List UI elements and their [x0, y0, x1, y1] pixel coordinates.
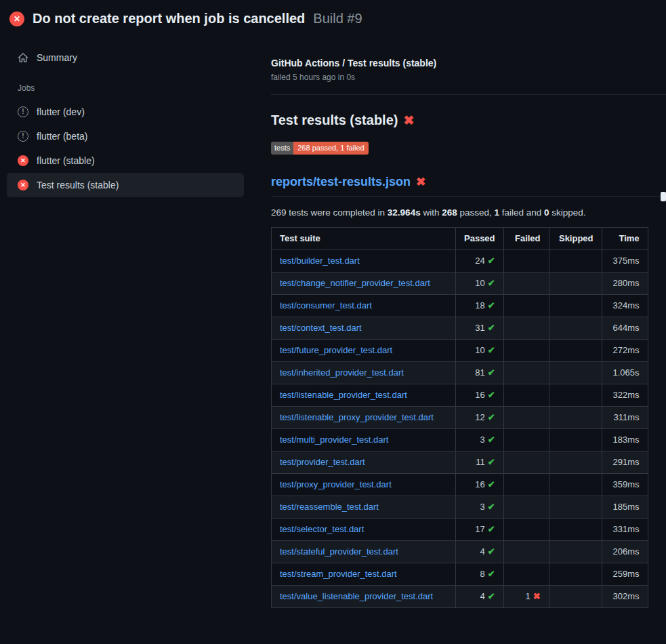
suite-link[interactable]: test/future_provider_test.dart — [280, 345, 392, 355]
summary-text: skipped. — [549, 207, 586, 218]
table-row: test/provider_test.dart11✔291ms — [272, 451, 648, 474]
skipped-cell — [549, 384, 602, 407]
passed-cell-value: 17 — [475, 524, 484, 534]
skipped-cell — [549, 295, 602, 317]
passed-cell-value: 3 — [480, 502, 484, 512]
check-icon: ✔ — [488, 435, 495, 445]
suite-link[interactable]: test/proxy_provider_test.dart — [280, 479, 392, 489]
failed-cell — [503, 407, 549, 429]
page-layout: Summary Jobs !flutter (dev)!flutter (bet… — [0, 35, 666, 608]
skipped-cell — [549, 317, 602, 340]
run-title: Do not create report when job is cancell… — [33, 11, 305, 26]
report-link[interactable]: reports/test-results.json — [271, 175, 411, 189]
skipped-cell — [549, 362, 602, 384]
column-header-failed: Failed — [503, 228, 549, 250]
check-icon: ✔ — [488, 502, 495, 512]
scrollbar-thumb[interactable] — [661, 192, 666, 201]
suite-cell: test/value_listenable_provider_test.dart — [272, 586, 456, 608]
run-header: ✕ Do not create report when job is cance… — [0, 0, 666, 35]
table-row: test/builder_test.dart24✔375ms — [272, 250, 648, 273]
table-row: test/change_notifier_provider_test.dart1… — [272, 273, 648, 295]
suite-cell: test/multi_provider_test.dart — [272, 429, 456, 451]
check-icon: ✔ — [488, 367, 495, 378]
summary-duration: 32.964s — [388, 207, 421, 218]
suite-cell: test/change_notifier_provider_test.dart — [272, 273, 456, 295]
suite-link[interactable]: test/context_test.dart — [280, 323, 362, 333]
suite-cell: test/context_test.dart — [272, 317, 456, 340]
summary-text: with — [421, 207, 442, 218]
table-row: test/listenable_proxy_provider_test.dart… — [272, 407, 648, 429]
skipped-cell — [549, 273, 602, 295]
passed-cell-value: 18 — [475, 300, 484, 310]
passed-cell: 81✔ — [456, 362, 504, 384]
sidebar-job-test-results-stable[interactable]: ✕Test results (stable) — [7, 173, 244, 197]
table-row: test/future_provider_test.dart10✔272ms — [272, 340, 648, 362]
check-icon: ✔ — [488, 345, 495, 355]
passed-cell-value: 4 — [480, 546, 484, 557]
time-cell: 280ms — [602, 273, 648, 295]
suite-link[interactable]: test/listenable_provider_test.dart — [280, 390, 407, 400]
suite-link[interactable]: test/reassemble_test.dart — [280, 502, 379, 512]
suite-link[interactable]: test/change_notifier_provider_test.dart — [280, 278, 430, 288]
table-row: test/selector_test.dart17✔331ms — [272, 519, 648, 541]
table-row: test/consumer_test.dart18✔324ms — [272, 295, 648, 317]
suite-link[interactable]: test/value_listenable_provider_test.dart — [280, 591, 433, 601]
job-label: flutter (stable) — [37, 155, 95, 166]
suite-link[interactable]: test/consumer_test.dart — [280, 300, 372, 310]
x-circle-fill-icon: ✕ — [18, 155, 28, 166]
sidebar: Summary Jobs !flutter (dev)!flutter (bet… — [0, 35, 251, 197]
skipped-cell — [549, 451, 602, 474]
suite-link[interactable]: test/provider_test.dart — [280, 457, 365, 467]
summary-line: 269 tests were completed in 32.964s with… — [271, 207, 666, 218]
column-header-passed: Passed — [456, 228, 504, 250]
sidebar-item-summary[interactable]: Summary — [7, 45, 244, 70]
check-icon: ✔ — [488, 323, 495, 333]
table-row: test/inherited_provider_test.dart81✔1.06… — [272, 362, 648, 384]
failed-cell — [503, 496, 549, 519]
suite-link[interactable]: test/listenable_proxy_provider_test.dart — [280, 412, 434, 422]
suite-cell: test/future_provider_test.dart — [272, 340, 456, 362]
x-icon: ✖ — [533, 591, 541, 601]
sidebar-job-flutter-dev[interactable]: !flutter (dev) — [7, 100, 244, 124]
suite-cell: test/builder_test.dart — [272, 250, 456, 273]
check-icon: ✔ — [488, 546, 495, 557]
time-cell: 311ms — [602, 407, 648, 429]
suite-cell: test/proxy_provider_test.dart — [272, 474, 456, 496]
time-cell: 331ms — [602, 519, 648, 541]
column-header-time: Time — [602, 228, 648, 250]
skipped-cell — [549, 429, 602, 451]
suite-cell: test/stream_provider_test.dart — [272, 563, 456, 586]
skipped-cell — [549, 563, 602, 586]
passed-cell-value: 8 — [480, 569, 484, 579]
suite-link[interactable]: test/selector_test.dart — [280, 524, 364, 534]
suite-link[interactable]: test/inherited_provider_test.dart — [280, 367, 404, 378]
summary-text: 269 tests were completed in — [271, 207, 388, 218]
table-row: test/multi_provider_test.dart3✔183ms — [272, 429, 648, 451]
failed-cell — [503, 362, 549, 384]
passed-cell: 8✔ — [456, 563, 504, 586]
sidebar-job-flutter-stable[interactable]: ✕flutter (stable) — [7, 148, 244, 173]
sidebar-summary-label: Summary — [37, 52, 77, 63]
report-heading: reports/test-results.json ✖ — [271, 175, 666, 197]
suite-link[interactable]: test/stream_provider_test.dart — [280, 569, 397, 579]
sidebar-job-flutter-beta[interactable]: !flutter (beta) — [7, 124, 244, 148]
check-icon: ✔ — [488, 479, 495, 489]
failed-cell — [503, 519, 549, 541]
section-heading: Test results (stable) ✖ — [271, 113, 666, 128]
main-content: GitHub Actions / Test results (stable) f… — [251, 35, 666, 608]
passed-cell: 24✔ — [456, 250, 504, 273]
time-cell: 375ms — [602, 250, 648, 273]
check-icon: ✔ — [488, 524, 495, 534]
suite-link[interactable]: test/builder_test.dart — [280, 256, 360, 266]
table-row: test/context_test.dart31✔644ms — [272, 317, 648, 340]
passed-cell: 16✔ — [456, 474, 504, 496]
suite-link[interactable]: test/stateful_provider_test.dart — [280, 546, 398, 557]
suite-cell: test/consumer_test.dart — [272, 295, 456, 317]
passed-cell: 10✔ — [456, 273, 504, 295]
passed-cell-value: 10 — [475, 345, 484, 355]
time-cell: 206ms — [602, 541, 648, 563]
suite-link[interactable]: test/multi_provider_test.dart — [280, 435, 388, 445]
check-icon: ✔ — [488, 256, 495, 266]
passed-cell-value: 81 — [475, 367, 484, 378]
summary-text: passed, — [457, 207, 495, 218]
